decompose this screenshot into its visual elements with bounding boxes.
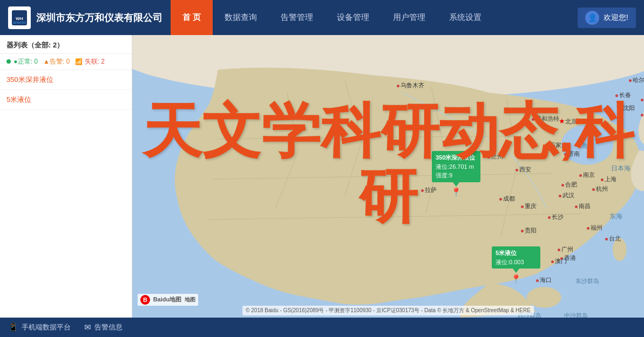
nav-user[interactable]: 用户管理 [381,0,437,35]
nav-data-query[interactable]: 数据查询 [213,0,269,35]
marker-350m-tail [453,182,459,187]
baidu-logo: B Baidu地图 地图 [138,294,198,306]
device-item-0[interactable]: 350米深井液位 [0,70,132,90]
user-welcome[interactable]: 👤 欢迎您! [578,8,636,28]
svg-point-5 [613,238,627,261]
marker-5m-pin: 📍 [510,273,522,285]
map-area[interactable]: 渤海 日本海 东海 东沙群岛 西沙群岛 中沙群岛 哈尔滨长春沈阳清津威咸★北京石… [132,35,644,318]
header: WH SENSORS 深圳市东方万和仪表有限公司 首 页 数据查询 告警管理 设… [0,0,644,35]
svg-text:SENSORS: SENSORS [13,21,26,24]
map-copyright: © 2018 Baidu - GS(2016)2089号 - 甲测资字11009… [242,306,534,315]
main-nav: 首 页 数据查询 告警管理 设备管理 用户管理 系统设置 [171,0,578,35]
baidu-bear-icon: B [140,295,150,305]
marker-5m-popup: 5米液位 液位:0.003 [492,246,540,269]
main-content: 器列表（全部: 2） ●正常: 0 ▲告警: 0 📶 失联: 2 350米深井液… [0,35,644,318]
nav-settings[interactable]: 系统设置 [437,0,493,35]
status-warn: ▲告警: 0 [43,57,70,66]
marker-350m-pin: 📍 [450,187,462,198]
svg-text:东沙群岛: 东沙群岛 [575,278,599,284]
marker-350m-popup: 350米深井液位 液位:26.701 m 强度:9 [432,151,480,182]
sidebar-header: 器列表（全部: 2） [0,35,132,54]
mobile-label: 手机端数据平台 [22,322,71,332]
nav-alarm[interactable]: 告警管理 [269,0,325,35]
marker-5m-tail [513,269,519,273]
footer: 📱 手机端数据平台 ✉ 告警信息 [0,318,644,337]
footer-mobile[interactable]: 📱 手机端数据平台 [8,322,71,332]
nav-device[interactable]: 设备管理 [325,0,381,35]
lost-icon: 📶 [75,58,83,65]
welcome-label: 欢迎您! [604,13,628,23]
alarm-label: 告警信息 [94,322,123,332]
mobile-icon: 📱 [8,322,18,332]
user-avatar-icon: 👤 [585,11,599,25]
svg-text:中沙群岛: 中沙群岛 [564,312,588,318]
marker-5m[interactable]: 5米液位 液位:0.003 📍 [492,246,540,285]
svg-text:渤海: 渤海 [581,142,593,149]
company-logo: WH SENSORS [8,6,31,29]
normal-dot [6,59,11,64]
svg-text:东海: 东海 [609,212,622,219]
sidebar-status: ●正常: 0 ▲告警: 0 📶 失联: 2 [0,54,132,70]
svg-point-6 [527,287,561,307]
header-brand: WH SENSORS 深圳市东方万和仪表有限公司 [0,6,171,29]
marker-350m[interactable]: 350米深井液位 液位:26.701 m 强度:9 📍 [432,151,480,198]
mail-icon: ✉ [84,322,91,332]
device-item-1[interactable]: 5米液位 [0,90,132,110]
status-lost: 📶 失联: 2 [75,57,105,66]
svg-text:WH: WH [16,16,23,21]
status-normal: ●正常: 0 [6,57,38,66]
sidebar: 器列表（全部: 2） ●正常: 0 ▲告警: 0 📶 失联: 2 350米深井液… [0,35,132,318]
footer-alarm[interactable]: ✉ 告警信息 [84,322,123,332]
svg-text:日本海: 日本海 [611,164,631,171]
nav-home[interactable]: 首 页 [171,0,213,35]
company-title: 深圳市东方万和仪表有限公司 [36,11,162,24]
